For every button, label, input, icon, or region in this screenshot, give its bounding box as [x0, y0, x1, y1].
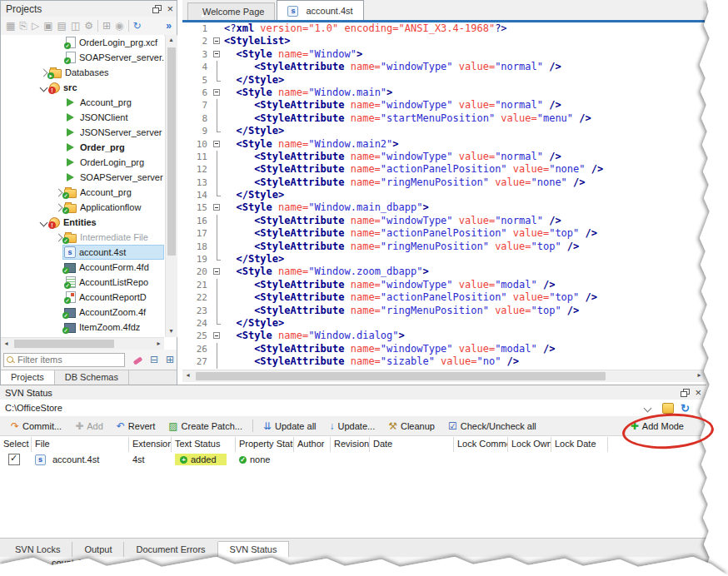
eraser-icon[interactable] [133, 354, 142, 365]
editor-tab-welcome-page[interactable]: Welcome Page [187, 2, 275, 20]
stop-icon[interactable]: ▣ [43, 20, 52, 32]
fold-marker[interactable] [212, 266, 224, 278]
close-panel-icon[interactable]: × [695, 389, 701, 397]
build-icon[interactable]: ▦ [6, 20, 15, 32]
column-header-author[interactable]: Author [294, 437, 331, 452]
expand-all-icon[interactable]: ⊞ [166, 354, 174, 365]
scroll-right-icon[interactable]: ▸ [153, 339, 164, 350]
tree-vertical-scrollbar[interactable]: ▴ ▾ [165, 35, 177, 337]
tree-item[interactable]: OrderLogin_prg [1, 155, 164, 170]
create-patch-button[interactable]: ▨Create Patch... [162, 420, 248, 433]
library-icon[interactable]: ◉ [115, 20, 123, 32]
column-header-extension[interactable]: Extension [129, 437, 172, 452]
fold-marker [212, 99, 224, 112]
fold-marker[interactable] [212, 201, 224, 214]
tree-item[interactable]: ✓Intermediate File [1, 230, 164, 245]
expander-icon[interactable] [54, 233, 62, 241]
tab-projects[interactable]: Projects [1, 370, 55, 385]
column-header-text-status[interactable]: Text Status [172, 437, 236, 452]
run-icon[interactable]: ▷ [32, 20, 39, 32]
tree-item[interactable]: ✓SOAPServer_server.x [1, 50, 164, 65]
tree-item[interactable]: ✓AccountReportD [1, 290, 164, 305]
code-line: 8 <StyleAttribute name="startMenuPositio… [182, 112, 705, 125]
float-panel-icon[interactable] [681, 389, 690, 397]
expander-icon[interactable] [54, 188, 62, 196]
new-file-icon[interactable]: ⎘ [19, 20, 27, 32]
scroll-right-icon[interactable]: ▸ [694, 370, 705, 381]
scroll-left-icon[interactable]: ◂ [1, 339, 12, 350]
filter-input[interactable] [16, 354, 122, 365]
tree-item[interactable]: Account_prg [1, 95, 164, 110]
tree-item[interactable]: ✓OrderLogin_prg.xcf [1, 35, 164, 50]
tree-item[interactable]: JSONClient [1, 110, 164, 125]
column-header-lock-date[interactable]: Lock Date [551, 437, 608, 452]
expander-icon[interactable] [39, 68, 47, 77]
revert-button[interactable]: ↶Revert [111, 420, 161, 433]
expander-icon[interactable] [39, 83, 47, 92]
add-file-icon[interactable]: ⊞ [102, 20, 111, 32]
tree-item[interactable]: saccount.4st [1, 245, 164, 260]
fold-marker[interactable] [212, 87, 224, 99]
close-panel-icon[interactable]: × [167, 5, 173, 13]
overflow-chevron-icon[interactable]: » [166, 20, 172, 32]
package-icon[interactable]: ⚙ [84, 20, 93, 32]
column-header-revision[interactable]: Revision [331, 437, 370, 452]
refresh-icon[interactable]: ↻ [133, 20, 142, 32]
column-header-lock-comment[interactable]: Lock Comment [454, 437, 508, 452]
scroll-down-icon[interactable]: ▾ [166, 326, 177, 337]
tree-item[interactable]: !Entities [1, 215, 164, 230]
tree-horizontal-scrollbar[interactable]: ◂ ▸ [1, 337, 164, 350]
column-header-date[interactable]: Date [370, 437, 454, 452]
code-line: 2<StyleList> [182, 35, 705, 47]
refresh-icon[interactable]: ↻ [681, 403, 690, 414]
fold-marker[interactable] [212, 35, 224, 47]
collapse-all-icon[interactable]: ⊟ [150, 354, 158, 365]
column-header-select[interactable]: Select [0, 437, 32, 452]
open-folder-icon[interactable]: ◫ [71, 20, 80, 32]
tab-document-errors[interactable]: Document Errors [124, 542, 217, 558]
column-header-file[interactable]: Fileˆ [32, 437, 129, 452]
editor-tab-account.4st[interactable]: saccount.4st [277, 0, 363, 20]
tree-item[interactable]: ✓Applicationflow [1, 200, 164, 215]
table-row[interactable]: saccount.4st4st+added✓none [0, 452, 608, 467]
scroll-left-icon[interactable]: ◂ [182, 370, 193, 381]
svn-path-value[interactable]: C:\OfficeStore [5, 403, 62, 413]
tab-output[interactable]: Output [72, 542, 124, 558]
tree-item[interactable]: ✓AccountZoom.4f [1, 305, 164, 320]
chevron-down-icon[interactable] [644, 404, 652, 412]
browse-icon[interactable] [662, 403, 674, 414]
tree-item[interactable]: ▸Databases [1, 65, 164, 80]
cleanup-button[interactable]: ⚒Cleanup [382, 420, 441, 433]
tab-svn-status[interactable]: SVN Status [218, 541, 290, 558]
folder-check-icon: ✓ [64, 201, 80, 213]
tree-item[interactable]: !src [1, 80, 164, 95]
editor-horizontal-scrollbar[interactable]: ◂ ▸ [182, 370, 705, 382]
tree-item[interactable]: ✓Account_prg [1, 185, 164, 200]
tree-item[interactable]: ✓AccountForm.4fd [1, 260, 164, 275]
filter-box[interactable] [3, 353, 125, 367]
expander-icon[interactable] [39, 218, 47, 226]
tab-svn-locks[interactable]: SVN Locks [3, 542, 72, 558]
row-checkbox[interactable] [8, 454, 20, 465]
check-uncheck-all-button[interactable]: ☑Check/Uncheck all [442, 420, 542, 433]
column-header-lock-owner[interactable]: Lock Owner [508, 437, 551, 452]
tree-item[interactable]: SOAPServer_server [1, 170, 164, 185]
code-editor[interactable]: 1<?xml version="1.0" encoding="ANSI_X3.4… [182, 22, 705, 370]
tree-item[interactable]: ✓AccountListRepo [1, 275, 164, 290]
commit-button[interactable]: ↷Commit... [5, 420, 67, 433]
update-button[interactable]: ↓Update... [324, 420, 381, 433]
tab-db-schemas[interactable]: DB Schemas [55, 370, 129, 385]
tree-item[interactable]: JSONServer_server [1, 125, 164, 140]
fold-marker[interactable] [212, 48, 224, 61]
new-folder-icon[interactable]: ▤ [57, 20, 67, 32]
fold-marker[interactable] [212, 138, 224, 151]
file-check-icon: ✓ [64, 37, 79, 48]
tree-item[interactable]: ✓ItemZoom.4fdz [1, 320, 164, 335]
scroll-up-icon[interactable]: ▴ [166, 35, 177, 46]
column-header-property-status[interactable]: Property Status [236, 437, 294, 452]
fold-marker[interactable] [212, 330, 224, 342]
expander-icon[interactable] [54, 203, 62, 211]
float-panel-icon[interactable] [152, 5, 162, 13]
tree-item[interactable]: Order_prg [1, 140, 164, 155]
update-all-button[interactable]: ⇊Update all [257, 420, 322, 433]
